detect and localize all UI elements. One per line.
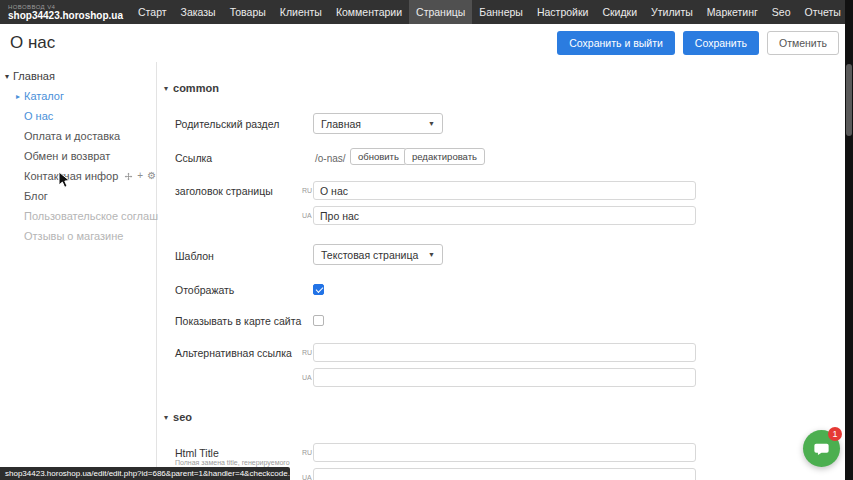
parent-section-select[interactable]: Главная ▼ xyxy=(313,113,443,134)
tree-item-label: Отзывы о магазине xyxy=(24,230,123,242)
add-subpage-icon[interactable]: + xyxy=(137,171,143,181)
gear-icon[interactable]: ⚙ xyxy=(147,171,156,181)
link-label: Ссылка xyxy=(175,152,212,164)
scrollbar-thumb[interactable] xyxy=(846,64,852,136)
template-value: Текстовая страница xyxy=(321,249,418,261)
menu-item-orders[interactable]: Заказы xyxy=(174,0,223,24)
header-actions: Сохранить и выйти Сохранить Отменить xyxy=(557,31,839,55)
sitemap-checkbox[interactable] xyxy=(313,315,324,326)
menu-item-clients[interactable]: Клиенты xyxy=(273,0,329,24)
section-common-header[interactable]: ▾ common xyxy=(164,82,219,94)
chevron-right-icon[interactable]: ▸ xyxy=(16,92,20,101)
store-domain: shop34423.horoshop.ua xyxy=(8,11,123,21)
display-checkbox[interactable] xyxy=(313,284,324,295)
tree-item-payment-delivery[interactable]: Оплата и доставка xyxy=(0,126,156,146)
menu-item-marketing[interactable]: Маркетинг xyxy=(700,0,765,24)
alt-link-ru-input[interactable] xyxy=(313,343,696,362)
save-button[interactable]: Сохранить xyxy=(683,31,759,55)
top-menu: Старт Заказы Товары Клиенты Комментарии … xyxy=(131,0,848,24)
chat-widget-button[interactable]: 1 xyxy=(803,430,840,467)
display-label: Отображать xyxy=(175,284,234,296)
section-seo-title: seo xyxy=(173,411,192,423)
chevron-down-icon: ▼ xyxy=(420,120,435,127)
store-brand[interactable]: НОВОВВОД V4 shop34423.horoshop.ua xyxy=(0,4,123,21)
lang-tag-ua: UA xyxy=(302,474,312,480)
menu-item-start[interactable]: Старт xyxy=(131,0,174,24)
menu-item-utilities[interactable]: Утилиты xyxy=(644,0,700,24)
template-label: Шаблон xyxy=(175,250,214,262)
template-select[interactable]: Текстовая страница ▼ xyxy=(313,244,443,265)
alt-link-ua-input[interactable] xyxy=(313,368,696,387)
chevron-down-icon: ▾ xyxy=(164,413,168,422)
tree-item-blog[interactable]: Блог xyxy=(0,186,156,206)
tree-item-about-us-selected[interactable]: О нас xyxy=(0,106,156,126)
tree-item-label: Контактная инфор xyxy=(24,170,118,182)
page-header: О нас Сохранить и выйти Сохранить Отмени… xyxy=(0,24,845,62)
page-title: О нас xyxy=(10,33,55,53)
chat-unread-badge: 1 xyxy=(828,427,842,441)
brand-version-label: НОВОВВОД V4 xyxy=(8,4,123,10)
menu-item-banners[interactable]: Баннеры xyxy=(472,0,530,24)
lang-tag-ua: UA xyxy=(302,374,312,381)
lang-tag-ru: RU xyxy=(302,187,312,194)
menu-item-seo[interactable]: Seo xyxy=(765,0,798,24)
menu-item-products[interactable]: Товары xyxy=(223,0,273,24)
alt-link-label: Альтернативная ссылка xyxy=(175,347,292,359)
menu-item-settings[interactable]: Настройки xyxy=(530,0,596,24)
move-icon[interactable] xyxy=(124,172,133,181)
menu-item-reports[interactable]: Отчеты xyxy=(798,0,848,24)
menu-item-discounts[interactable]: Скидки xyxy=(595,0,644,24)
html-title-hint: Полная замена title, генерируемого xyxy=(175,459,290,466)
tree-item-home[interactable]: ▾ Главная xyxy=(0,66,156,86)
admin-screen: НОВОВВОД V4 shop34423.horoshop.ua Старт … xyxy=(0,0,853,480)
tree-item-store-reviews[interactable]: Отзывы о магазине xyxy=(0,226,156,246)
section-common-title: common xyxy=(173,82,219,94)
tree-item-catalog[interactable]: ▸ Каталог xyxy=(0,86,156,106)
chevron-down-icon: ▾ xyxy=(164,84,168,93)
chat-bubble-icon xyxy=(812,439,831,458)
save-and-exit-button[interactable]: Сохранить и выйти xyxy=(557,31,675,55)
topbar: НОВОВВОД V4 shop34423.horoshop.ua Старт … xyxy=(0,0,853,24)
page-heading-ua-input[interactable] xyxy=(313,206,696,225)
lang-tag-ua: UA xyxy=(302,212,312,219)
page-edit-form: ▾ common Родительский раздел Главная ▼ С… xyxy=(158,62,845,480)
tree-item-exchange-return[interactable]: Обмен и возврат xyxy=(0,146,156,166)
page-heading-label: заголовок страницы xyxy=(175,185,273,197)
lang-tag-ru: RU xyxy=(302,449,312,456)
tree-item-contact-info[interactable]: Контактная инфор + ⚙ xyxy=(0,166,156,186)
html-title-ua-input[interactable] xyxy=(313,468,696,480)
html-title-label: Html Title xyxy=(175,447,219,459)
link-update-button[interactable]: обновить xyxy=(350,148,407,165)
chevron-down-icon[interactable]: ▾ xyxy=(5,72,9,81)
vertical-scrollbar[interactable] xyxy=(845,0,853,480)
menu-item-pages[interactable]: Страницы xyxy=(409,0,472,24)
parent-section-value: Главная xyxy=(321,118,361,130)
menu-item-comments[interactable]: Комментарии xyxy=(329,0,409,24)
cancel-button[interactable]: Отменить xyxy=(767,31,839,55)
chevron-down-icon: ▼ xyxy=(420,251,435,258)
link-value: /o-nas/ xyxy=(315,153,346,164)
html-title-ru-input[interactable] xyxy=(313,443,696,462)
tree-item-label: Главная xyxy=(13,70,55,82)
link-edit-button[interactable]: редактировать xyxy=(404,148,485,165)
section-seo-header[interactable]: ▾ seo xyxy=(164,411,192,423)
parent-section-label: Родительский раздел xyxy=(175,118,279,130)
sitemap-label: Показывать в карте сайта xyxy=(175,315,301,327)
page-heading-ru-input[interactable] xyxy=(313,181,696,200)
browser-status-url: shop34423.horoshop.ua/edit/edit.php?id=6… xyxy=(0,467,290,480)
pages-tree-sidebar: ▾ Главная ▸ Каталог О нас Оплата и доста… xyxy=(0,62,157,480)
lang-tag-ru: RU xyxy=(302,349,312,356)
tree-item-label: О нас xyxy=(24,110,53,122)
tree-item-label: Обмен и возврат xyxy=(24,150,110,162)
tree-item-label: Блог xyxy=(24,190,48,202)
tree-item-label: Оплата и доставка xyxy=(24,130,120,142)
tree-item-user-agreement[interactable]: Пользовательское соглашение xyxy=(0,206,156,226)
tree-item-label: Каталог xyxy=(24,90,64,102)
